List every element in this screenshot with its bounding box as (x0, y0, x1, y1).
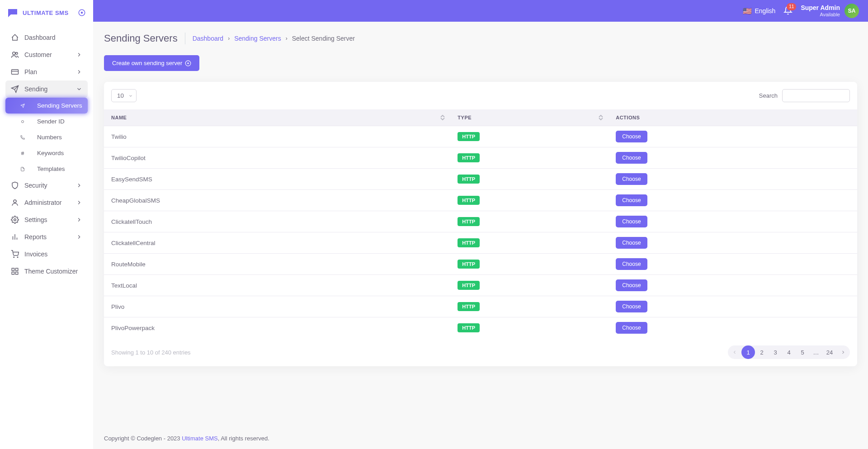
choose-button[interactable]: Choose (616, 237, 647, 249)
cell-type: HTTP (450, 254, 609, 275)
nav-item-theme-customizer[interactable]: Theme Customizer (5, 263, 88, 280)
user-icon (11, 199, 19, 207)
choose-button[interactable]: Choose (616, 152, 647, 164)
nav-sub-templates[interactable]: Templates (5, 161, 88, 177)
page-1[interactable]: 1 (741, 345, 755, 359)
flag-icon: 🇺🇸 (743, 7, 752, 15)
brand-name[interactable]: ULTIMATE SMS (23, 9, 73, 16)
sidebar-header: ULTIMATE SMS (0, 0, 93, 25)
page-prev[interactable] (728, 345, 741, 359)
nav-label: Reports (24, 233, 71, 241)
sort-icon (440, 115, 445, 120)
choose-button[interactable]: Choose (616, 173, 647, 185)
cell-name: EasySendSMS (104, 169, 450, 190)
shield-icon (11, 181, 19, 189)
svg-point-16 (14, 219, 16, 221)
nav-label: Invoices (24, 250, 82, 258)
svg-point-1 (81, 12, 83, 14)
nav-label: Sending (24, 85, 71, 93)
svg-point-2 (13, 52, 15, 55)
choose-button[interactable]: Choose (616, 258, 647, 270)
cell-actions: Choose (609, 317, 857, 339)
breadcrumb: Dashboard › Sending Servers › Select Sen… (193, 35, 355, 42)
user-status: Available (801, 12, 840, 18)
type-badge: HTTP (458, 175, 480, 184)
nav-label: Customer (24, 51, 71, 58)
nav-item-sending[interactable]: Sending (5, 80, 88, 98)
choose-button[interactable]: Choose (616, 216, 647, 227)
search-label: Search (759, 92, 778, 99)
page-24[interactable]: 24 (823, 345, 836, 359)
breadcrumb-dashboard[interactable]: Dashboard (193, 35, 224, 42)
nav-item-settings[interactable]: Settings (5, 211, 88, 228)
breadcrumb-current: Select Sending Server (292, 35, 355, 42)
choose-button[interactable]: Choose (616, 279, 647, 291)
breadcrumb-servers[interactable]: Sending Servers (234, 35, 281, 42)
cell-name: TextLocal (104, 275, 450, 296)
nav-item-customer[interactable]: Customer (5, 46, 88, 63)
type-badge: HTTP (458, 217, 480, 226)
settings-icon (11, 216, 19, 224)
cell-actions: Choose (609, 211, 857, 232)
cell-actions: Choose (609, 190, 857, 211)
sidebar-toggle-icon[interactable] (78, 9, 86, 17)
nav-sub-keywords[interactable]: Keywords (5, 145, 88, 161)
page-4[interactable]: 4 (782, 345, 796, 359)
nav-item-plan[interactable]: Plan (5, 63, 88, 80)
cell-type: HTTP (450, 169, 609, 190)
nav-sub-numbers[interactable]: Numbers (5, 129, 88, 145)
cell-name: RouteMobile (104, 254, 450, 275)
table-row: ClickatellCentral HTTP Choose (104, 232, 857, 254)
page-5[interactable]: 5 (796, 345, 809, 359)
choose-button[interactable]: Choose (616, 131, 647, 142)
choose-button[interactable]: Choose (616, 322, 647, 334)
choose-button[interactable]: Choose (616, 194, 647, 206)
nav-item-invoices[interactable]: Invoices (5, 246, 88, 263)
servers-table: Name Type Actions Twilio HTTP Choose Twi (104, 109, 857, 338)
language-switcher[interactable]: 🇺🇸 English (743, 7, 775, 15)
type-badge: HTTP (458, 302, 480, 311)
nav-item-reports[interactable]: Reports (5, 228, 88, 246)
page-next[interactable] (836, 345, 850, 359)
cell-name: ClickatellTouch (104, 211, 450, 232)
nav-sub-sender-id[interactable]: Sender ID (5, 113, 88, 129)
chevron-right-icon (76, 234, 82, 240)
table-row: Twilio HTTP Choose (104, 126, 857, 147)
choose-button[interactable]: Choose (616, 301, 647, 312)
circle-icon (20, 119, 25, 124)
home-icon (11, 33, 19, 42)
type-badge: HTTP (458, 196, 480, 205)
nav-sub-sending-servers[interactable]: Sending Servers (5, 98, 88, 113)
sidebar-nav: DashboardCustomerPlanSendingSending Serv… (0, 25, 93, 284)
col-name[interactable]: Name (104, 109, 450, 126)
cell-type: HTTP (450, 275, 609, 296)
cell-type: HTTP (450, 190, 609, 211)
nav-label: Sender ID (37, 118, 65, 125)
nav-item-administrator[interactable]: Administrator (5, 194, 88, 211)
notifications-button[interactable]: 11 (783, 6, 793, 16)
col-type[interactable]: Type (450, 109, 609, 126)
page-2[interactable]: 2 (755, 345, 769, 359)
nav-item-dashboard[interactable]: Dashboard (5, 29, 88, 46)
cell-name: ClickatellCentral (104, 232, 450, 254)
nav-label: Numbers (37, 134, 62, 141)
page-length-select[interactable]: 10 (111, 89, 137, 102)
cell-type: HTTP (450, 232, 609, 254)
table-row: EasySendSMS HTTP Choose (104, 169, 857, 190)
sidebar: ULTIMATE SMS DashboardCustomerPlanSendin… (0, 0, 93, 449)
type-badge: HTTP (458, 238, 480, 247)
chevron-right-icon (76, 69, 82, 75)
nav-item-security[interactable]: Security (5, 177, 88, 194)
create-server-button[interactable]: Create own sending server (104, 55, 199, 71)
search-input[interactable] (782, 89, 850, 102)
footer-link[interactable]: Ultimate SMS (182, 435, 217, 442)
type-badge: HTTP (458, 132, 480, 141)
col-actions: Actions (609, 109, 857, 126)
nav-label: Sending Servers (37, 102, 82, 109)
chevron-right-icon: › (286, 35, 288, 42)
notifications-badge: 11 (787, 3, 796, 10)
nav-label: Keywords (37, 150, 64, 156)
user-menu[interactable]: Super Admin Available SA (801, 4, 859, 18)
page-3[interactable]: 3 (769, 345, 782, 359)
table-row: Plivo HTTP Choose (104, 296, 857, 317)
